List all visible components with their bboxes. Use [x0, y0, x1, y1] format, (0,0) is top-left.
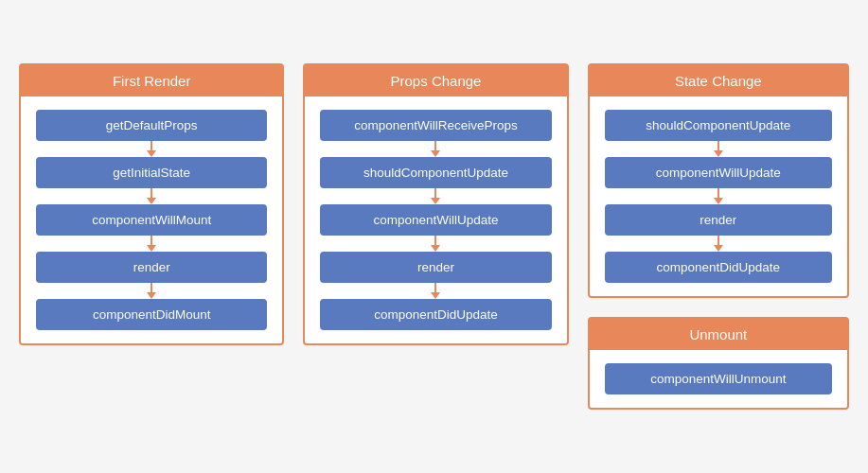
- arrow-4: [36, 283, 267, 299]
- method-getDefaultProps: getDefaultProps: [36, 110, 267, 141]
- arrow-9: [605, 141, 832, 157]
- method-componentDidMount: componentDidMount: [36, 299, 267, 330]
- method-componentWillMount: componentWillMount: [36, 204, 267, 236]
- arrow-1: [36, 141, 267, 157]
- props-change-title: Props Change: [305, 65, 566, 96]
- method-shouldComponentUpdate-2: shouldComponentUpdate: [605, 110, 832, 141]
- arrow-3: [36, 236, 267, 252]
- arrow-2: [36, 188, 267, 204]
- method-render-3: render: [605, 204, 832, 236]
- first-render-box: First Render getDefaultProps getInitialS…: [19, 63, 284, 345]
- arrow-5: [320, 141, 551, 157]
- method-componentWillReceiveProps: componentWillReceiveProps: [320, 110, 551, 141]
- first-render-title: First Render: [21, 65, 282, 96]
- method-componentWillUnmount: componentWillUnmount: [605, 363, 832, 394]
- right-column: State Change shouldComponentUpdate compo…: [588, 63, 849, 410]
- method-getInitialState: getInitialState: [36, 157, 267, 188]
- method-shouldComponentUpdate-1: shouldComponentUpdate: [320, 157, 551, 188]
- unmount-box: Unmount componentWillUnmount: [588, 317, 849, 410]
- method-render-1: render: [36, 252, 267, 283]
- unmount-title: Unmount: [590, 319, 847, 350]
- arrow-6: [320, 188, 551, 204]
- props-change-box: Props Change componentWillReceiveProps s…: [303, 63, 568, 345]
- method-componentDidUpdate-1: componentDidUpdate: [320, 299, 551, 330]
- arrow-8: [320, 283, 551, 299]
- method-componentWillUpdate-1: componentWillUpdate: [320, 204, 551, 236]
- diagrams-container: First Render getDefaultProps getInitialS…: [19, 63, 849, 410]
- method-render-2: render: [320, 252, 551, 283]
- first-render-body: getDefaultProps getInitialState componen…: [21, 96, 282, 343]
- state-change-body: shouldComponentUpdate componentWillUpdat…: [590, 96, 847, 296]
- state-change-box: State Change shouldComponentUpdate compo…: [588, 63, 849, 298]
- state-change-title: State Change: [590, 65, 847, 96]
- unmount-body: componentWillUnmount: [590, 350, 847, 408]
- arrow-11: [605, 236, 832, 252]
- arrow-10: [605, 188, 832, 204]
- props-change-body: componentWillReceiveProps shouldComponen…: [305, 96, 566, 343]
- method-componentWillUpdate-2: componentWillUpdate: [605, 157, 832, 188]
- arrow-7: [320, 236, 551, 252]
- method-componentDidUpdate-2: componentDidUpdate: [605, 252, 832, 283]
